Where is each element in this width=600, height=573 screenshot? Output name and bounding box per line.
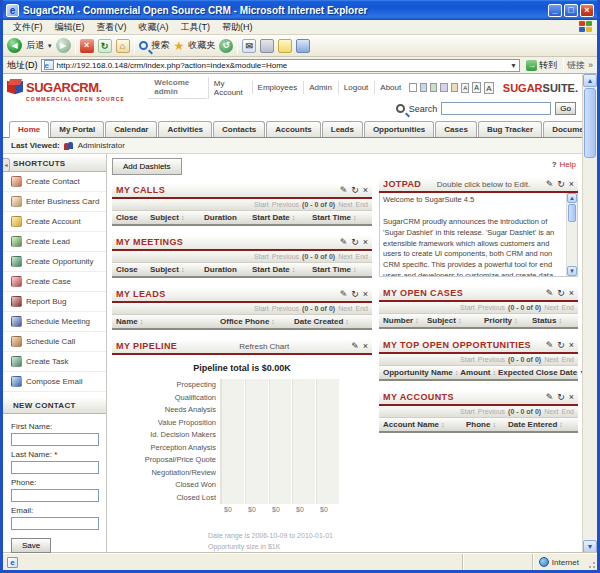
column-number[interactable]: Number↕ (383, 316, 425, 325)
sidebar-item-schedule-meeting[interactable]: Schedule Meeting (3, 312, 106, 332)
pager-end[interactable]: End (356, 305, 368, 312)
close-dashlet-icon[interactable]: × (569, 288, 574, 298)
pager-end[interactable]: End (356, 201, 368, 208)
pager-previous[interactable]: Previous (478, 408, 505, 415)
tab-leads[interactable]: Leads (322, 121, 363, 137)
column-start-time[interactable]: Start Time↕ (312, 265, 368, 274)
address-input[interactable]: e http://192.168.0.148/crm/index.php?act… (41, 59, 520, 72)
jotpad-scrollbar[interactable]: ▲ ▼ (566, 193, 577, 276)
edit-dashlet-icon[interactable]: ✎ (340, 289, 348, 299)
pager-end[interactable]: End (562, 356, 574, 363)
refresh-dashlet-icon[interactable]: ↻ (557, 392, 565, 402)
pager-previous[interactable]: Previous (272, 201, 299, 208)
pager-next[interactable]: Next (544, 304, 558, 311)
sort-icon[interactable]: ↕ (181, 266, 185, 273)
menu-favorites[interactable]: 收藏(A) (133, 21, 175, 34)
close-dashlet-icon[interactable]: × (363, 289, 368, 299)
sort-icon[interactable]: ↕ (559, 421, 563, 428)
sidebar-item-create-case[interactable]: Create Case (3, 272, 106, 292)
scroll-down-icon[interactable]: ▼ (583, 540, 597, 553)
sort-icon[interactable]: ↕ (415, 317, 419, 324)
nav-about[interactable]: About (374, 81, 406, 94)
theme-swatch-blue[interactable] (420, 83, 427, 92)
forward-button[interactable]: ▶ (56, 38, 71, 53)
edit-dashlet-icon[interactable]: ✎ (546, 179, 554, 189)
font-size-large[interactable]: A (484, 82, 494, 94)
sort-icon[interactable]: ↕ (458, 317, 462, 324)
back-dropdown-icon[interactable]: ▾ (48, 42, 52, 50)
scroll-up-icon[interactable]: ▲ (567, 193, 577, 203)
address-dropdown-icon[interactable]: ▼ (510, 62, 517, 69)
refresh-dashlet-icon[interactable]: ↻ (351, 237, 359, 247)
column-expected-close-date[interactable]: Expected Close Date▼ (498, 368, 582, 377)
pager-previous[interactable]: Previous (272, 305, 299, 312)
refresh-button[interactable]: ↻ (98, 39, 112, 53)
minimize-button[interactable]: _ (548, 4, 562, 17)
column-duration[interactable]: Duration (204, 213, 250, 222)
sort-icon[interactable]: ↕ (353, 266, 357, 273)
column-phone[interactable]: Phone↕ (466, 420, 506, 429)
sort-icon[interactable]: ↕ (345, 318, 349, 325)
sidebar-collapse-handle[interactable]: ◂ (3, 158, 10, 172)
pager-start[interactable]: Start (460, 304, 475, 311)
scroll-track[interactable] (583, 159, 597, 540)
column-start-time[interactable]: Start Time↕ (312, 213, 368, 222)
menu-file[interactable]: 文件(F) (7, 21, 49, 34)
sidebar-item-create-contact[interactable]: Create Contact (3, 172, 106, 192)
theme-swatch-purple[interactable] (440, 83, 447, 92)
pager-next[interactable]: Next (338, 305, 352, 312)
column-subject[interactable]: Subject↕ (150, 265, 202, 274)
refresh-dashlet-icon[interactable]: ↻ (557, 179, 565, 189)
refresh-dashlet-icon[interactable]: ↻ (351, 289, 359, 299)
menu-tools[interactable]: 工具(T) (175, 21, 217, 34)
last-name-field[interactable] (11, 461, 99, 474)
column-start-date[interactable]: Start Date↕ (252, 213, 310, 222)
tab-bug-tracker[interactable]: Bug Tracker (478, 121, 542, 137)
add-dashlets-button[interactable]: Add Dashlets (112, 158, 182, 175)
close-dashlet-icon[interactable]: × (363, 341, 368, 351)
tab-documents[interactable]: Documents (543, 121, 582, 137)
history-button[interactable]: ↺ (219, 39, 233, 53)
first-name-field[interactable] (11, 433, 99, 446)
favorites-button[interactable]: ★ 收藏夹 (174, 39, 216, 52)
stop-button[interactable]: × (80, 39, 94, 53)
sort-icon[interactable]: ↕ (292, 214, 296, 221)
menu-edit[interactable]: 编辑(E) (49, 21, 91, 34)
column-date-created[interactable]: Date Created↕ (294, 317, 368, 326)
theme-swatch-orange[interactable] (451, 83, 458, 92)
refresh-chart-link[interactable]: Refresh Chart (177, 342, 351, 351)
refresh-dashlet-icon[interactable]: ↻ (557, 288, 565, 298)
search-input[interactable] (441, 102, 551, 115)
font-size-small[interactable]: A (461, 83, 469, 93)
pager-start[interactable]: Start (254, 305, 269, 312)
column-priority[interactable]: Priority↕ (484, 316, 530, 325)
edit-dashlet-icon[interactable]: ✎ (351, 341, 359, 351)
tab-activities[interactable]: Activities (158, 121, 212, 137)
pager-end[interactable]: End (356, 253, 368, 260)
pager-next[interactable]: Next (544, 356, 558, 363)
edit-button[interactable] (278, 39, 292, 53)
help-link[interactable]: Help (560, 160, 576, 169)
sort-icon[interactable]: ↕ (514, 317, 518, 324)
pager-previous[interactable]: Previous (478, 356, 505, 363)
sidebar-item-schedule-call[interactable]: Schedule Call (3, 332, 106, 352)
close-dashlet-icon[interactable]: × (363, 237, 368, 247)
font-size-medium[interactable]: A (472, 82, 481, 93)
sidebar-item-compose-email[interactable]: Compose Email (3, 372, 106, 392)
print-button[interactable] (260, 39, 274, 53)
nav-logout[interactable]: Logout (338, 81, 373, 94)
sort-icon[interactable]: ↕ (292, 266, 296, 273)
nav-my-account[interactable]: My Account (208, 77, 251, 99)
jotpad-textarea[interactable]: Welcome to SugarSuite 4.5 SugarCRM proud… (380, 193, 566, 276)
column-subject[interactable]: Subject↕ (150, 213, 202, 222)
phone-field[interactable] (11, 489, 99, 502)
tab-cases[interactable]: Cases (435, 121, 477, 137)
save-button[interactable]: Save (11, 538, 51, 553)
column-opportunity-name[interactable]: Opportunity Name↕ (383, 368, 458, 377)
nav-employees[interactable]: Employees (252, 81, 303, 94)
pager-previous[interactable]: Previous (272, 253, 299, 260)
sort-icon[interactable]: ↕ (441, 421, 445, 428)
sort-icon[interactable]: ↕ (181, 214, 185, 221)
pager-end[interactable]: End (562, 304, 574, 311)
scroll-down-icon[interactable]: ▼ (567, 266, 577, 276)
